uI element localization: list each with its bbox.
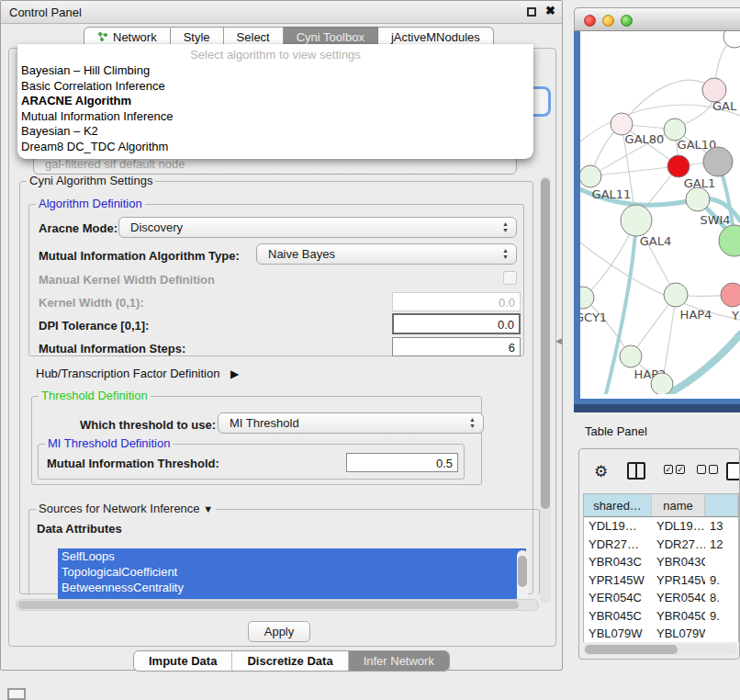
table-row[interactable]: YPR145WYPR145W9. xyxy=(584,571,738,590)
network-canvas[interactable]: GALGAL80GAL10GAL1SWI4GAL11GAL4HAP4YGCY1H… xyxy=(574,31,740,404)
table-cell: YBR045C xyxy=(584,607,652,626)
control-panel-window: Control Panel ✖ Network Style Select Cyn… xyxy=(0,0,563,671)
network-node-label: GAL11 xyxy=(592,187,632,201)
data-attributes-label: Data Attributes xyxy=(37,522,122,536)
mi-threshold-field[interactable]: 0.5 xyxy=(346,453,458,472)
algorithm-dropdown-item[interactable]: Dream8 DC_TDC Algorithm xyxy=(17,140,533,155)
algorithm-dropdown-items: Bayesian – Hill ClimbingBasic Correlatio… xyxy=(17,63,533,154)
minimize-window-icon[interactable] xyxy=(602,15,614,27)
table-cell: YBL079W xyxy=(584,625,652,642)
table-cell: 9. xyxy=(705,571,738,590)
kernel-width-label: Kernel Width (0,1): xyxy=(39,296,144,310)
sources-group: Sources for Network Inference ▼ Data Att… xyxy=(28,509,540,594)
select-all-checkboxes-icon[interactable]: ✓✓ xyxy=(664,465,685,474)
network-node-label: GAL4 xyxy=(640,234,671,248)
algorithm-dropdown-item[interactable]: Bayesian – K2 xyxy=(17,124,533,140)
network-node[interactable] xyxy=(651,373,673,394)
table-cell: YDL19… xyxy=(584,517,652,536)
table-panel-window: ⚙ ✓✓ shared… name YDL19…YDL19…13YDR27…YD… xyxy=(578,448,740,660)
manual-kernel-label: Manual Kernel Width Definition xyxy=(39,273,215,287)
algorithm-definition-group: Algorithm Definition Aracne Mode: Discov… xyxy=(28,204,524,356)
table-row[interactable]: YER054CYER054C8. xyxy=(584,589,738,607)
manual-kernel-checkbox[interactable] xyxy=(503,271,517,285)
network-node[interactable] xyxy=(719,225,740,256)
data-attribute-item[interactable]: SelfLoops xyxy=(58,548,526,564)
table-row[interactable]: YBR043CYBR043C xyxy=(584,553,738,571)
column-header-name[interactable]: name xyxy=(652,494,705,516)
algorithm-dropdown-item[interactable]: Basic Correlation Inference xyxy=(17,79,533,95)
close-window-icon[interactable] xyxy=(584,15,596,27)
float-window-icon[interactable] xyxy=(527,7,536,17)
network-node[interactable] xyxy=(620,345,642,367)
columns-icon[interactable] xyxy=(627,462,645,480)
combo-arrows-icon: ▲▼ xyxy=(502,247,509,260)
network-node[interactable] xyxy=(721,283,740,307)
table-cell xyxy=(705,553,738,571)
network-window-bottom-frame xyxy=(574,404,740,412)
tab-impute-data[interactable]: Impute Data xyxy=(134,651,232,671)
tab-network-label: Network xyxy=(113,30,157,44)
apply-button[interactable]: Apply xyxy=(248,621,310,642)
tab-infer-network[interactable]: Infer Network xyxy=(349,651,449,671)
table-cell: YER054C xyxy=(584,589,652,607)
table-horizontal-scrollbar[interactable] xyxy=(583,644,737,655)
settings-vertical-scrollbar[interactable] xyxy=(540,176,551,604)
close-panel-icon[interactable]: ✖ xyxy=(545,4,555,17)
dpi-tolerance-field[interactable]: 0.0 xyxy=(392,313,521,334)
desktop: Control Panel ✖ Network Style Select Cyn… xyxy=(0,0,740,700)
column-header-shared-name[interactable]: shared… xyxy=(584,494,652,516)
panel-collapse-arrow-icon[interactable]: ◀ xyxy=(555,336,562,345)
bottom-tab-bar: Impute Data Discretize Data Infer Networ… xyxy=(133,650,450,672)
threshold-definition-group: Threshold Definition Which threshold to … xyxy=(31,396,482,485)
table-cell: YBR043C xyxy=(584,553,652,571)
column-header-clipped[interactable] xyxy=(705,494,738,516)
kernel-width-field[interactable]: 0.0 xyxy=(392,292,521,311)
aracne-mode-combo[interactable]: Discovery ▲▼ xyxy=(118,217,517,238)
network-window-titlebar[interactable] xyxy=(574,7,740,31)
mi-steps-label: Mutual Information Steps: xyxy=(39,342,185,356)
algorithm-dropdown-item[interactable]: Bayesian – Hill Climbing xyxy=(17,63,533,79)
table-cell: YDR27… xyxy=(652,536,705,554)
table-row[interactable]: YDR27…YDR27…12 xyxy=(584,536,738,554)
network-node-label: HAP4 xyxy=(680,308,712,322)
expander-down-arrow-icon[interactable]: ▼ xyxy=(203,503,213,514)
new-table-icon[interactable] xyxy=(726,462,740,480)
combo-arrows-icon: ▲▼ xyxy=(469,416,476,429)
network-node[interactable] xyxy=(686,187,710,211)
data-attribute-item[interactable]: BetweennessCentrality xyxy=(58,580,526,595)
network-node[interactable] xyxy=(667,155,690,177)
which-threshold-label: Which threshold to use: xyxy=(80,418,216,432)
network-node[interactable] xyxy=(664,283,688,307)
table-row[interactable]: YDL19…YDL19…13 xyxy=(584,517,738,536)
aracne-mode-label: Aracne Mode: xyxy=(39,221,118,235)
mi-steps-field[interactable]: 6 xyxy=(392,337,521,356)
which-threshold-combo[interactable]: MI Threshold ▲▼ xyxy=(218,412,484,434)
deselect-all-checkboxes-icon[interactable] xyxy=(697,465,718,474)
table-body: YDL19…YDL19…13YDR27…YDR27…12YBR043CYBR04… xyxy=(584,517,738,642)
settings-horizontal-scrollbar[interactable] xyxy=(16,599,539,611)
cyni-algorithm-settings-title: Cyni Algorithm Settings xyxy=(27,174,155,187)
data-attribute-item[interactable]: TopologicalCoefficient xyxy=(58,564,526,580)
algorithm-dropdown: Select algorithm to view settings Bayesi… xyxy=(17,44,533,159)
control-panel-titlebar[interactable]: Control Panel ✖ xyxy=(1,1,562,24)
control-panel-title: Control Panel xyxy=(9,6,82,19)
algorithm-dropdown-item[interactable]: ARACNE Algorithm xyxy=(17,94,533,109)
mi-type-combo[interactable]: Naive Bayes ▲▼ xyxy=(256,243,517,265)
algorithm-dropdown-item[interactable]: Mutual Information Inference xyxy=(17,109,533,125)
network-node-label: GAL xyxy=(712,99,737,113)
table-cell: YBR045C xyxy=(652,607,705,626)
network-view-window: GALGAL80GAL10GAL1SWI4GAL11GAL4HAP4YGCY1H… xyxy=(574,7,740,412)
network-node[interactable] xyxy=(580,165,601,187)
gear-icon[interactable]: ⚙ xyxy=(594,462,608,481)
tab-discretize-data[interactable]: Discretize Data xyxy=(232,651,348,671)
algorithm-definition-title: Algorithm Definition xyxy=(36,197,145,210)
network-node[interactable] xyxy=(703,147,733,176)
minimized-panel-icon[interactable] xyxy=(7,688,26,700)
zoom-window-icon[interactable] xyxy=(621,15,633,27)
hub-definition-expander[interactable]: Hub/Transcription Factor Definition ▶ xyxy=(36,367,239,380)
table-row[interactable]: YBL079WYBL079W xyxy=(584,625,738,642)
network-node-label: Y xyxy=(731,309,739,322)
network-node-label: GCY1 xyxy=(580,310,607,324)
network-node[interactable] xyxy=(621,205,652,236)
table-row[interactable]: YBR045CYBR045C9. xyxy=(584,607,738,626)
